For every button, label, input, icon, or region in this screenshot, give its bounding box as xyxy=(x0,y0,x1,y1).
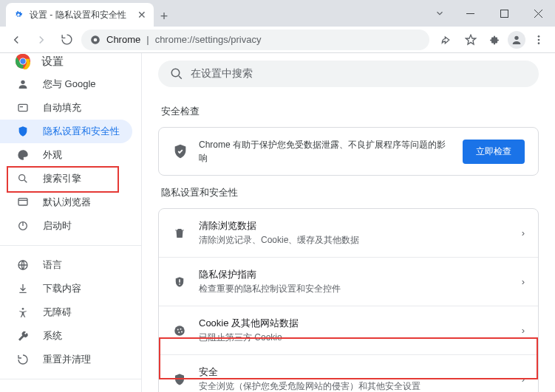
profile-avatar[interactable] xyxy=(508,31,525,49)
back-button[interactable] xyxy=(6,30,27,50)
tab-title: 设置 - 隐私设置和安全性 xyxy=(30,9,132,21)
accessibility-icon xyxy=(16,306,30,318)
sidebar-item-label: 启动时 xyxy=(43,219,72,233)
browser-tab-active[interactable]: 设置 - 隐私设置和安全性 ✕ xyxy=(6,3,154,27)
autofill-icon xyxy=(16,102,30,114)
svg-point-30 xyxy=(181,331,183,332)
svg-rect-18 xyxy=(18,199,27,205)
new-tab-button[interactable]: + xyxy=(154,6,174,27)
sidebar-item-privacy[interactable]: 隐私设置和安全性 xyxy=(0,120,132,143)
safety-description: Chrome 有助于保护您免受数据泄露、不良扩展程序等问题的影响 xyxy=(199,138,452,165)
svg-point-7 xyxy=(538,35,540,38)
search-icon xyxy=(16,173,30,185)
sidebar-item-appearance[interactable]: 外观 xyxy=(0,143,141,167)
sidebar-item-you-and-google[interactable]: 您与 Google xyxy=(0,72,141,96)
settings-header: 设置 xyxy=(0,53,141,69)
chevron-right-icon: › xyxy=(522,227,525,238)
sidebar-item-search[interactable]: 搜索引擎 xyxy=(0,167,141,190)
sidebar-item-label: 自动填充 xyxy=(43,101,81,114)
row-subtitle: 清除浏览记录、Cookie、缓存及其他数据 xyxy=(199,234,510,247)
chrome-icon xyxy=(90,35,101,45)
chevron-right-icon: › xyxy=(522,374,525,385)
window-close-button[interactable] xyxy=(521,0,555,27)
sidebar-item-extensions[interactable]: 扩展程序 xyxy=(0,387,141,392)
sidebar-item-reset[interactable]: 重置并清理 xyxy=(0,348,141,371)
svg-rect-0 xyxy=(466,13,474,14)
sidebar-item-languages[interactable]: 语言 xyxy=(0,253,141,277)
sidebar-item-system[interactable]: 系统 xyxy=(0,324,141,348)
settings-main-panel: 在设置中搜索 安全检查 Chrome 有助于保护您免受数据泄露、不良扩展程序等问… xyxy=(142,53,555,392)
svg-rect-14 xyxy=(18,104,27,111)
row-privacy-guide[interactable]: 隐私保护指南检查重要的隐私控制设置和安全控件 › xyxy=(159,257,538,306)
privacy-settings-card: 清除浏览数据清除浏览记录、Cookie、缓存及其他数据 › 隐私保护指南检查重要… xyxy=(158,208,539,392)
browser-toolbar: Chrome | chrome://settings/privacy xyxy=(0,27,555,53)
window-titlebar: 设置 - 隐私设置和安全性 ✕ + xyxy=(0,0,555,27)
settings-title: 设置 xyxy=(41,55,64,69)
sidebar-item-label: 外观 xyxy=(43,148,62,162)
globe-icon xyxy=(16,259,30,271)
shield-icon xyxy=(16,125,30,137)
chevron-right-icon: › xyxy=(522,325,525,336)
svg-point-26 xyxy=(174,326,185,336)
sidebar-item-label: 搜索引擎 xyxy=(43,172,81,185)
url-path: chrome://settings/privacy xyxy=(155,34,262,45)
sidebar-item-downloads[interactable]: 下载内容 xyxy=(0,277,141,300)
window-maximize-button[interactable] xyxy=(487,0,521,27)
restore-icon xyxy=(16,354,30,365)
row-title: Cookie 及其他网站数据 xyxy=(199,317,510,330)
safety-check-card: Chrome 有助于保护您免受数据泄露、不良扩展程序等问题的影响 立即检查 xyxy=(158,127,539,176)
security-shield-icon xyxy=(172,373,187,386)
window-minimize-button[interactable] xyxy=(453,0,487,27)
sidebar-divider xyxy=(0,245,141,246)
svg-point-23 xyxy=(22,308,24,310)
sidebar-item-label: 无障碍 xyxy=(43,306,72,319)
bookmark-icon[interactable] xyxy=(460,30,481,50)
svg-point-16 xyxy=(19,175,25,181)
palette-icon xyxy=(16,149,30,161)
svg-line-25 xyxy=(179,76,182,79)
extensions-icon[interactable] xyxy=(484,30,505,50)
row-cookies[interactable]: Cookie 及其他网站数据已阻止第三方 Cookie › xyxy=(159,306,538,354)
sidebar-item-label: 下载内容 xyxy=(43,282,81,295)
forward-button[interactable] xyxy=(31,30,52,50)
shield-guide-icon xyxy=(172,275,187,289)
row-security[interactable]: 安全安全浏览（保护您免受危险网站的侵害）和其他安全设置 › xyxy=(159,354,538,392)
sidebar-item-default-browser[interactable]: 默认浏览器 xyxy=(0,190,141,214)
chevron-right-icon: › xyxy=(522,276,525,287)
browser-icon xyxy=(16,196,30,208)
svg-point-29 xyxy=(178,331,180,333)
svg-rect-1 xyxy=(500,10,508,17)
sidebar-item-label: 您与 Google xyxy=(43,78,96,91)
row-clear-browsing-data[interactable]: 清除浏览数据清除浏览记录、Cookie、缓存及其他数据 › xyxy=(159,209,538,257)
settings-sidebar: 设置 您与 Google 自动填充 隐私设置和安全性 外观 搜索引擎 xyxy=(0,53,142,392)
safety-check-button[interactable]: 立即检查 xyxy=(463,140,525,164)
row-title: 隐私保护指南 xyxy=(199,268,510,281)
sidebar-item-startup[interactable]: 启动时 xyxy=(0,214,141,238)
svg-point-6 xyxy=(514,35,518,39)
shield-check-icon xyxy=(172,143,188,159)
tab-close-button[interactable]: ✕ xyxy=(137,9,146,21)
settings-search-input[interactable]: 在设置中搜索 xyxy=(158,61,539,87)
svg-point-13 xyxy=(21,80,24,84)
sidebar-item-autofill[interactable]: 自动填充 xyxy=(0,96,141,120)
section-heading-safety: 安全检查 xyxy=(161,105,539,118)
sidebar-item-label: 语言 xyxy=(43,258,62,272)
row-title: 清除浏览数据 xyxy=(199,219,510,233)
reload-button[interactable] xyxy=(56,30,77,50)
download-icon xyxy=(16,283,30,295)
row-subtitle: 检查重要的隐私控制设置和安全控件 xyxy=(199,283,510,295)
person-icon xyxy=(16,78,30,90)
address-bar[interactable]: Chrome | chrome://settings/privacy xyxy=(81,30,429,50)
share-icon[interactable] xyxy=(437,30,457,50)
svg-point-8 xyxy=(538,38,540,41)
sidebar-item-label: 系统 xyxy=(43,329,62,343)
chevron-down-icon[interactable] xyxy=(426,0,453,27)
sidebar-item-accessibility[interactable]: 无障碍 xyxy=(0,300,141,324)
section-heading-privacy: 隐私设置和安全性 xyxy=(161,186,539,199)
cookie-icon xyxy=(172,324,187,337)
row-subtitle: 已阻止第三方 Cookie xyxy=(199,331,510,344)
svg-point-27 xyxy=(177,329,179,330)
svg-point-5 xyxy=(94,38,98,41)
url-separator: | xyxy=(146,34,149,45)
kebab-menu-icon[interactable] xyxy=(528,30,549,50)
